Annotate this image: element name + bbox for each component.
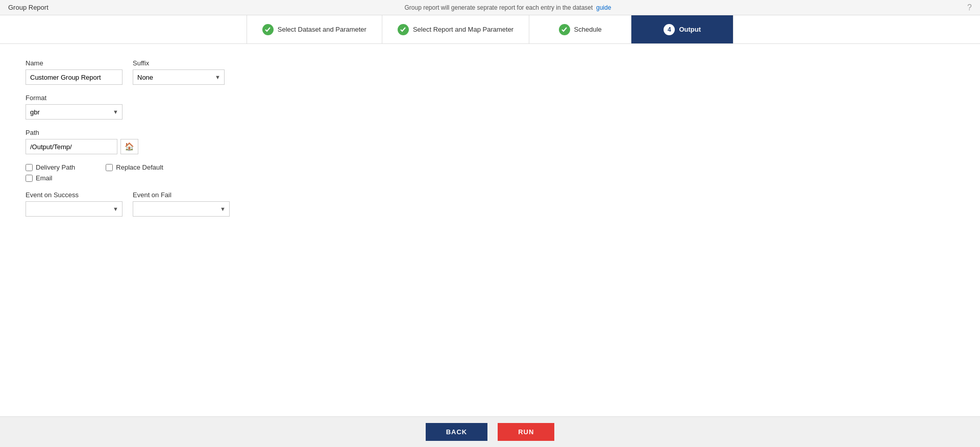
- event-fail-group: Event on Fail ▼: [133, 191, 230, 217]
- wizard-step-4[interactable]: 4 Output: [631, 15, 733, 43]
- event-fail-wrapper: ▼: [133, 201, 230, 217]
- step-3-icon: [559, 24, 570, 35]
- path-input[interactable]: [26, 139, 117, 154]
- info-text: Group report will generate seprate repor…: [404, 4, 593, 11]
- format-select[interactable]: gbr pdf excel csv: [26, 104, 122, 120]
- step-2-label: Select Report and Map Parameter: [413, 26, 513, 33]
- event-success-wrapper: ▼: [26, 201, 122, 217]
- delivery-path-wrapper: Delivery Path Email: [26, 163, 75, 185]
- top-bar: Group Report Group report will generate …: [0, 0, 980, 15]
- name-suffix-row: Name Suffix None Date Timestamp ▼: [26, 59, 954, 85]
- step-4-icon: 4: [664, 24, 675, 35]
- home-button[interactable]: 🏠: [120, 139, 138, 154]
- format-label: Format: [26, 94, 122, 102]
- event-success-label: Event on Success: [26, 191, 122, 199]
- step-1-label: Select Dataset and Parameter: [278, 26, 366, 33]
- main-content: Name Suffix None Date Timestamp ▼ Format…: [0, 44, 980, 416]
- back-button[interactable]: BACK: [426, 423, 488, 441]
- event-fail-label: Event on Fail: [133, 191, 230, 199]
- event-success-group: Event on Success ▼: [26, 191, 122, 217]
- run-button[interactable]: RUN: [498, 423, 554, 441]
- event-success-select[interactable]: [26, 201, 122, 217]
- suffix-select-wrapper: None Date Timestamp ▼: [133, 69, 225, 85]
- path-group: Path 🏠: [26, 129, 138, 154]
- step-4-label: Output: [679, 26, 701, 33]
- delivery-path-row: Delivery Path: [26, 163, 75, 171]
- step-3-label: Schedule: [574, 26, 602, 33]
- wizard-bar: Select Dataset and Parameter Select Repo…: [0, 15, 980, 44]
- format-group: Format gbr pdf excel csv ▼: [26, 94, 122, 120]
- step-2-icon: [398, 24, 409, 35]
- wizard-step-3[interactable]: Schedule: [529, 15, 631, 43]
- delivery-path-checkbox[interactable]: [26, 164, 33, 171]
- help-button[interactable]: ?: [967, 3, 972, 12]
- email-label: Email: [36, 174, 53, 182]
- event-fail-select[interactable]: [133, 201, 230, 217]
- format-select-wrapper: gbr pdf excel csv ▼: [26, 104, 122, 120]
- wizard-step-2[interactable]: Select Report and Map Parameter: [382, 15, 529, 43]
- replace-default-checkbox[interactable]: [106, 164, 113, 171]
- suffix-group: Suffix None Date Timestamp ▼: [133, 59, 225, 85]
- step-1-icon: [262, 24, 274, 35]
- bottom-bar: BACK RUN: [0, 416, 980, 447]
- email-row: Email: [26, 174, 75, 182]
- name-label: Name: [26, 59, 122, 67]
- replace-default-row: Replace Default: [106, 163, 163, 171]
- suffix-label: Suffix: [133, 59, 225, 67]
- home-icon: 🏠: [125, 142, 134, 151]
- replace-default-label: Replace Default: [116, 163, 163, 171]
- checkbox-group: Delivery Path Email Replace Default: [26, 163, 954, 185]
- email-checkbox[interactable]: [26, 175, 33, 182]
- replace-default-wrapper: Replace Default: [106, 163, 163, 185]
- name-input[interactable]: [26, 69, 122, 85]
- path-row: Path 🏠: [26, 129, 954, 154]
- delivery-path-label: Delivery Path: [36, 163, 75, 171]
- app-title: Group Report: [8, 4, 48, 11]
- name-group: Name: [26, 59, 122, 85]
- top-bar-info: Group report will generate seprate repor…: [404, 4, 611, 11]
- path-label: Path: [26, 129, 138, 136]
- path-input-row: 🏠: [26, 139, 138, 154]
- guide-link[interactable]: guide: [596, 4, 611, 11]
- event-row: Event on Success ▼ Event on Fail ▼: [26, 191, 954, 217]
- wizard-step-1[interactable]: Select Dataset and Parameter: [247, 15, 382, 43]
- suffix-select[interactable]: None Date Timestamp: [133, 69, 225, 85]
- format-row: Format gbr pdf excel csv ▼: [26, 94, 954, 120]
